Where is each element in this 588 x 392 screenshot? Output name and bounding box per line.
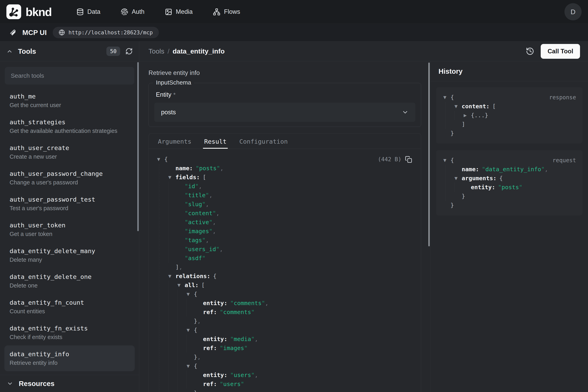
indent-guide [168, 182, 178, 191]
indent-guide [159, 209, 168, 218]
resources-section-header[interactable]: Resources [0, 375, 139, 392]
nav-item-auth[interactable]: Auth [115, 4, 150, 19]
tool-item-name: auth_me [9, 93, 130, 100]
json-punctuation: [ [492, 103, 496, 110]
nav-item-label: Media [176, 8, 193, 16]
json-row-content: { [194, 326, 197, 335]
indent-guide [187, 344, 196, 353]
chevron-up-icon[interactable] [6, 48, 13, 54]
indent-guide [159, 308, 168, 317]
indent-guide [168, 254, 178, 263]
indent-guide [168, 362, 178, 370]
tool-item-description: Delete one [9, 282, 130, 289]
json-row-content: fields:[ [176, 173, 206, 182]
tool-item-description: Get a user token [9, 230, 130, 237]
search-input[interactable] [5, 67, 134, 84]
json-row-content: }, [194, 353, 201, 362]
collapse-toggle-icon[interactable]: ▼ [178, 281, 185, 290]
collapse-toggle-icon[interactable]: ▼ [443, 93, 450, 102]
tool-item-data_entity_info[interactable]: data_entity_infoRetrieve entity info [4, 346, 135, 371]
collapse-toggle-icon[interactable]: ▼ [443, 156, 450, 165]
collapse-toggle-icon[interactable]: ▼ [187, 290, 194, 299]
indent-guide [168, 353, 178, 362]
tab-arguments[interactable]: Arguments [157, 134, 193, 149]
main-scrollbar[interactable] [428, 62, 430, 246]
json-string-value: "asdf" [185, 255, 205, 262]
json-punctuation: , [265, 300, 268, 306]
indent-guide [445, 183, 454, 192]
breadcrumb-section[interactable]: Tools [149, 47, 164, 55]
json-punctuation: } [194, 318, 197, 324]
json-punctuation: {...} [471, 112, 488, 119]
expand-toggle-icon[interactable]: ▶ [464, 111, 471, 120]
json-row: ▼relations:{ [156, 272, 413, 281]
tabs: ArgumentsResultConfiguration [149, 134, 421, 149]
indent-guide [168, 290, 178, 299]
input-schema-fieldset: InputSchema Entity* posts [149, 83, 421, 127]
tool-description: Retrieve entity info [149, 69, 421, 76]
tool-item-data_entity_delete_one[interactable]: data_entity_delete_oneDelete one [4, 268, 135, 294]
indent-guide [159, 362, 168, 370]
json-string-value: "content" [185, 210, 216, 216]
json-string-value: "title" [185, 192, 209, 198]
tool-item-auth_user_password_test[interactable]: auth_user_password_testTest a user's pas… [4, 191, 135, 216]
server-url-pill[interactable]: http://localhost:28623/mcp [53, 27, 159, 38]
json-punctuation: , [205, 237, 209, 244]
indent-guide [159, 272, 168, 281]
history-entry-request[interactable]: ▼{requestname:"data_entity_info",▼argume… [436, 150, 583, 216]
indent-guide [178, 344, 187, 353]
sidebar-scrollbar[interactable] [137, 62, 139, 231]
collapse-toggle-icon[interactable]: ▼ [187, 326, 194, 335]
json-row-content: } [194, 388, 197, 392]
collapse-toggle-icon[interactable]: ▼ [187, 362, 194, 370]
tool-item-description: Create a new user [9, 153, 130, 160]
json-row: "content", [156, 209, 413, 218]
tab-result[interactable]: Result [203, 134, 228, 149]
tab-configuration[interactable]: Configuration [238, 134, 289, 149]
copy-icon[interactable] [405, 156, 412, 163]
json-row-content: "slug", [185, 200, 209, 209]
nav-item-media[interactable]: Media [159, 4, 198, 19]
call-tool-button[interactable]: Call Tool [541, 44, 580, 59]
breadcrumb-separator: / [168, 47, 169, 55]
collapse-toggle-icon[interactable]: ▼ [157, 155, 164, 164]
tool-item-auth_me[interactable]: auth_meGet the current user [4, 88, 135, 114]
indent-guide [445, 165, 454, 174]
indent-guide [187, 299, 196, 308]
json-row: "active", [156, 218, 413, 227]
json-key: fields: [176, 174, 200, 180]
json-row: } [442, 129, 577, 138]
brand-logo[interactable]: bknd [6, 4, 52, 19]
collapse-toggle-icon[interactable]: ▼ [168, 272, 176, 281]
indent-guide [178, 326, 187, 335]
json-punctuation: , [254, 336, 258, 342]
refresh-icon[interactable] [125, 48, 133, 55]
history-entry-response[interactable]: ▼{response▼content:[▶{...}]} [436, 87, 583, 144]
entity-select[interactable]: posts [154, 103, 415, 122]
collapse-toggle-icon[interactable]: ▼ [454, 174, 462, 183]
nav-item-data[interactable]: Data [71, 4, 106, 19]
tool-item-auth_user_create[interactable]: auth_user_createCreate a new user [4, 139, 135, 165]
tool-item-name: data_entity_fn_count [9, 299, 130, 306]
nav-item-flows[interactable]: Flows [207, 4, 246, 19]
json-string-value: "slug" [185, 201, 205, 208]
collapse-toggle-icon[interactable]: ▼ [168, 173, 176, 182]
json-punctuation: { [499, 175, 503, 182]
indent-guide [168, 227, 178, 236]
collapse-toggle-icon[interactable]: ▼ [454, 102, 462, 111]
tool-item-data_entity_delete_many[interactable]: data_entity_delete_manyDelete many [4, 242, 135, 268]
tool-item-auth_user_token[interactable]: auth_user_tokenGet a user token [4, 216, 135, 242]
tool-item-auth_user_password_change[interactable]: auth_user_password_changeChange a user's… [4, 165, 135, 191]
tool-item-auth_strategies[interactable]: auth_strategiesGet the available authent… [4, 114, 135, 139]
result-json-tree: ▼{(442 B)name:"posts",▼fields:["id","tit… [149, 149, 421, 392]
nav-item-label: Data [87, 8, 100, 16]
json-row: } [442, 201, 577, 210]
resources-section-title: Resources [19, 380, 54, 388]
tool-item-data_entity_fn_exists[interactable]: data_entity_fn_existsCheck if entity exi… [4, 320, 135, 346]
history-icon[interactable] [526, 47, 534, 56]
json-punctuation: , [198, 183, 202, 190]
tool-item-name: data_entity_fn_exists [9, 325, 130, 332]
result-size-badge: (442 B) [378, 155, 401, 164]
user-avatar[interactable]: D [565, 3, 582, 20]
tool-item-data_entity_fn_count[interactable]: data_entity_fn_countCount entities [4, 294, 135, 320]
